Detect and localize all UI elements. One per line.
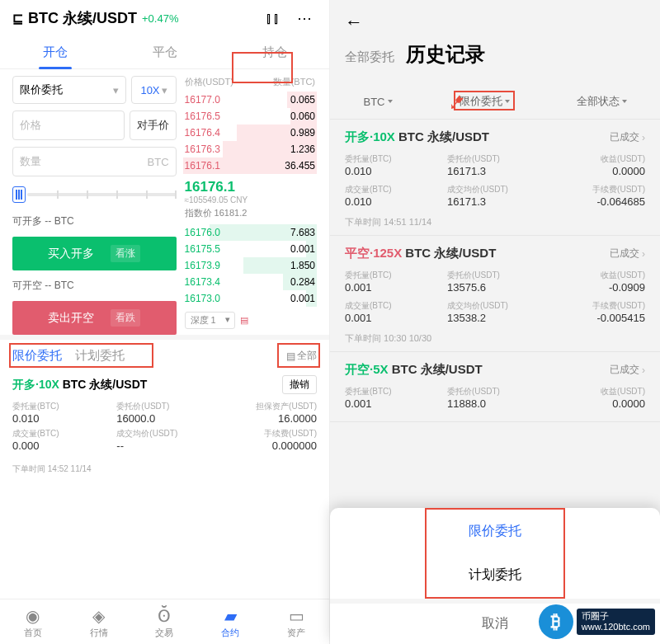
tab-open[interactable]: 开仓 [0,36,110,68]
contract-icon: ▰ [197,606,263,626]
trade-icon: ʘ̆ [132,606,198,626]
order-status: 已成交 › [610,363,645,377]
leverage-select[interactable]: 10X ▾ [131,76,176,104]
chevron-down-icon [622,100,627,103]
watermark: ₿ 币圈子 www.120btc.com [539,604,655,639]
price-placeholder: 价格 [20,118,41,133]
chevron-down-icon [388,100,393,103]
filter-status[interactable]: 全部状态 [577,94,627,109]
order-time: 下单时间 14:51 11/14 [345,213,645,228]
more-icon[interactable]: ⋯ [292,9,317,27]
avail-long: 可开多 -- BTC [12,213,177,230]
order-status: 已成交 › [610,247,645,261]
order-type-label: 限价委托 [20,82,63,97]
market-icon: ◈ [66,606,132,626]
change-pct: +0.47% [142,12,178,25]
bid-row[interactable]: 16176.07.683 [183,224,317,241]
slider-track[interactable] [27,193,177,196]
sell-sub: 看跌 [111,309,140,327]
popup-option-plan[interactable]: 计划委托 [427,553,563,597]
qty-placeholder: 数量 [20,154,41,169]
history-order[interactable]: 平空·125X BTC 永续/USDT 已成交 › 委托量(BTC)0.001 … [330,236,660,352]
pair-title[interactable]: BTC 永续/USDT [28,8,137,28]
ask-row[interactable]: 16177.00.065 [183,92,317,108]
highlight-box-all [277,343,320,368]
nav-assets[interactable]: ▭资产 [263,599,329,644]
filter-order-type[interactable]: ➸ 限价委托 [460,94,510,109]
bid-row[interactable]: 16173.40.284 [183,274,317,290]
order-time: 下单时间 14:52 11/14 [0,460,329,478]
sell-label: 卖出开空 [48,311,94,326]
order-name: 平空·125X BTC 永续/USDT [345,246,496,261]
buy-sub: 看涨 [111,245,140,262]
bid-row[interactable]: 16175.50.001 [183,241,317,257]
cancel-button[interactable]: 撤销 [282,375,317,394]
ask-row[interactable]: 16176.31.236 [183,141,317,157]
back-icon[interactable]: ← [345,12,645,33]
pair-icon: ⊑ [12,11,23,26]
page-title: 历史记录 [406,41,485,68]
history-order[interactable]: 开多·10X BTC 永续/USDT 已成交 › 委托量(BTC)0.010 委… [330,120,660,236]
quantity-input[interactable]: 数量 BTC [12,147,177,176]
nav-trade[interactable]: ʘ̆交易 [132,599,198,644]
tab-all-orders[interactable]: 全部委托 [345,49,394,65]
fiat-value: ≈105549.05 CNY [185,195,315,204]
chevron-down-icon: ▾ [113,84,119,96]
bid-row[interactable]: 16173.91.850 [183,257,317,274]
mid-price: 16176.1 ≈105549.05 CNY 指数价 16181.2 [183,174,317,224]
watermark-logo: ₿ [539,604,573,639]
highlight-box-filter [454,91,515,110]
history-order[interactable]: 开空·5X BTC 永续/USDT 已成交 › 委托量(BTC)0.001 委托… [330,352,660,422]
sell-button[interactable]: 卖出开空 看跌 [12,301,177,335]
home-icon: ◉ [0,606,66,626]
buy-button[interactable]: 买入开多 看涨 [12,237,177,270]
order-name: 开空·5X BTC 永续/USDT [345,362,483,378]
order-type-select[interactable]: 限价委托 ▾ [12,76,126,104]
nav-contract[interactable]: ▰合约 [197,599,263,644]
price-input[interactable]: 价格 [12,110,125,140]
tab-close[interactable]: 平仓 [110,36,219,68]
index-price: 指数价 16181.2 [185,204,315,219]
nav-home[interactable]: ◉首页 [0,599,66,644]
chevron-down-icon: ▾ [162,84,167,96]
quantity-slider[interactable] [12,183,177,206]
highlight-box-popup: 限价委托 计划委托 [425,508,565,599]
popup-option-limit[interactable]: 限价委托 [427,510,563,553]
avail-short: 可开空 -- BTC [12,277,177,294]
order-book: 价格(USDT) 数量(BTC) 16177.00.06516176.50.06… [183,76,317,335]
counterparty-label: 对手价 [137,118,169,133]
last-price: 16176.1 [185,179,315,195]
assets-icon: ▭ [263,606,329,626]
order-name: 开多·10X BTC 永续/USDT [345,129,489,145]
highlight-box-order-tabs [9,343,153,368]
qty-unit: BTC [148,156,169,168]
history-filters: BTC ➸ 限价委托 全部状态 [330,86,660,120]
order-name: 开多·10X BTC 永续/USDT [12,378,147,393]
chevron-down-icon: ▾ [225,314,230,325]
buy-label: 买入开多 [48,247,94,261]
order-time: 下单时间 10:30 10/30 [345,329,645,345]
order-status: 已成交 › [610,130,645,144]
slider-handle[interactable] [12,186,26,203]
chart-icon[interactable]: ⫿⫿ [261,10,285,27]
open-order-item: 开多·10X BTC 永续/USDT 撤销 委托量(BTC)0.010 委托价(… [0,369,329,460]
nav-market[interactable]: ◈行情 [66,599,132,644]
leverage-label: 10X [140,84,159,96]
ask-row[interactable]: 16176.40.989 [183,125,317,141]
counterparty-button[interactable]: 对手价 [130,110,177,140]
bottom-nav: ◉首页 ◈行情 ʘ̆交易 ▰合约 ▭资产 [0,599,329,644]
bid-row[interactable]: 16173.00.001 [183,290,317,307]
filter-coin[interactable]: BTC [364,94,393,109]
ask-row[interactable]: 16176.136.455 [183,157,317,174]
book-price-header: 价格(USDT) [185,76,233,88]
watermark-text: 币圈子 www.120btc.com [577,609,655,635]
depth-label: 深度 1 [191,315,216,325]
highlight-box-position-tab [232,52,293,83]
depth-select[interactable]: 深度 1 ▾ [185,312,235,329]
ask-row[interactable]: 16176.50.060 [183,108,317,125]
book-layout-icon[interactable]: ▤ [240,315,248,326]
